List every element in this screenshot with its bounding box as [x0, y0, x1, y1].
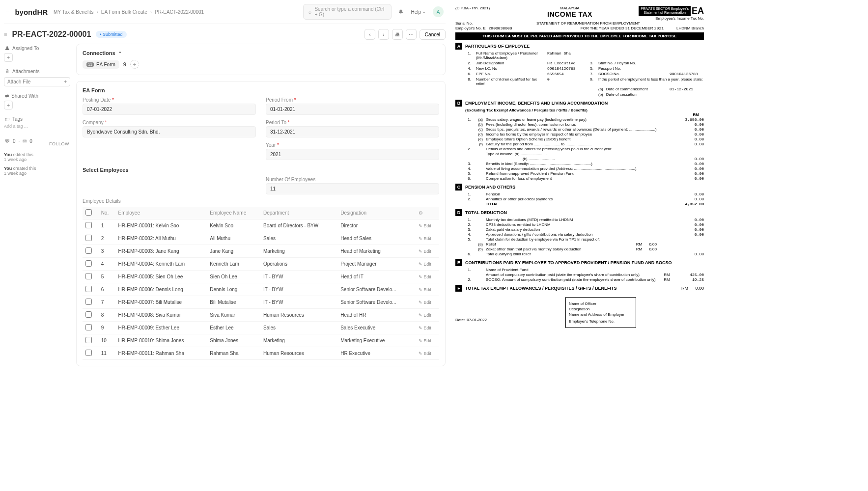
table-row: 3HR-EMP-00003: Jane KangJane KangMarketi… — [83, 245, 439, 258]
brand: byondHR — [15, 8, 48, 16]
edit-row-button[interactable]: ✎ Edit — [419, 274, 431, 279]
table-row: 7HR-EMP-00007: Bili MutaliseBili Mutalis… — [83, 296, 439, 309]
row-checkbox[interactable] — [85, 235, 92, 241]
edit-row-button[interactable]: ✎ Edit — [419, 351, 431, 356]
row-checkbox[interactable] — [85, 311, 92, 318]
year-field[interactable]: 2021 — [266, 149, 439, 160]
row-checkbox[interactable] — [85, 222, 92, 228]
table-row: 5HR-EMP-00005: Sien Oh LeeSien Oh LeeIT … — [83, 271, 439, 283]
table-row: 2HR-EMP-00002: Ali MuthuAli MuthuSalesHe… — [83, 232, 439, 245]
row-checkbox[interactable] — [85, 260, 92, 267]
add-assignee-button[interactable]: + — [4, 53, 13, 62]
page-title: PR-EACT-2022-00001 — [12, 30, 91, 39]
edit-row-button[interactable]: ✎ Edit — [419, 223, 431, 228]
avatar[interactable]: A — [433, 6, 444, 17]
menu-icon[interactable]: ≡ — [6, 9, 9, 15]
edit-row-button[interactable]: ✎ Edit — [419, 236, 431, 241]
breadcrumb-1[interactable]: MY Tax & Benefits — [54, 9, 93, 15]
gear-icon[interactable]: ⚙︎ — [419, 210, 423, 216]
chevron-up-icon: ⌃ — [118, 51, 122, 55]
follow-button[interactable]: FOLLOW — [49, 141, 69, 146]
edit-row-button[interactable]: ✎ Edit — [419, 338, 431, 343]
connections-header[interactable]: Connections⌃ — [83, 50, 439, 56]
tags-label: Tags — [12, 116, 23, 122]
select-employees-heading: Select Employees — [83, 167, 439, 173]
bell-icon[interactable]: 🔔︎ — [398, 9, 404, 15]
breadcrumb-3[interactable]: PR-EACT-2022-00001 — [155, 9, 204, 15]
table-row: 4HR-EMP-00004: Kenneth LamKenneth LamOpe… — [83, 258, 439, 271]
edit-row-button[interactable]: ✎ Edit — [419, 313, 431, 318]
edit-row-button[interactable]: ✎ Edit — [419, 287, 431, 292]
edit-row-button[interactable]: ✎ Edit — [419, 262, 431, 267]
activity-entry: You created this1 week ago — [4, 166, 70, 176]
clip-icon: 📎︎ — [5, 69, 10, 74]
row-checkbox[interactable] — [85, 337, 92, 343]
ea-form-heading: EA Form — [83, 87, 439, 93]
table-row: 6HR-EMP-00006: Dennis LongDennis LongIT … — [83, 283, 439, 296]
prev-button[interactable]: ‹ — [364, 29, 375, 40]
table-row: 1HR-EMP-00001: Kelvin SooKelvin SooBoard… — [83, 219, 439, 232]
row-checkbox[interactable] — [85, 273, 92, 279]
pdf-preview: (C.P.8A - Pin. 2021) MALAYSIA INCOME TAX… — [449, 0, 710, 372]
add-tag-input[interactable]: Add a tag ... — [4, 124, 70, 129]
breadcrumb-2[interactable]: EA Form Bulk Create — [101, 9, 147, 15]
mail-icon: ✉︎ — [23, 138, 27, 144]
connection-badge: 11 — [86, 62, 94, 67]
num-employees-field: 11 — [266, 183, 439, 194]
add-connection-button[interactable]: + — [130, 60, 139, 69]
table-row: 8HR-EMP-00008: Siva KumarSiva KumarHuman… — [83, 309, 439, 322]
period-to-field[interactable]: 31-12-2021 — [266, 126, 439, 137]
search-input[interactable]: ⌕ Search or type a command (Ctrl + G) — [303, 4, 392, 20]
share-icon: ⇄ — [5, 93, 9, 99]
more-button[interactable]: ⋯ — [406, 29, 417, 40]
connection-count: 9 — [123, 61, 126, 67]
row-checkbox[interactable] — [85, 299, 92, 305]
shared-label: Shared With — [11, 93, 38, 99]
comment-icon: 💬︎ — [5, 138, 10, 144]
company-field[interactable]: Byondwave Consulting Sdn. Bhd. — [83, 126, 256, 137]
connection-tab-ea-form[interactable]: 11 EA Form — [83, 60, 119, 69]
period-from-field[interactable]: 01-01-2021 — [266, 104, 439, 115]
row-checkbox[interactable] — [85, 247, 92, 254]
breadcrumb: MY Tax & Benefits › EA Form Bulk Create … — [54, 9, 204, 15]
menu-icon[interactable]: ≡ — [4, 31, 7, 37]
posting-date-field[interactable]: 07-01-2022 — [83, 104, 256, 115]
attachments-label: Attachments — [12, 69, 40, 74]
edit-row-button[interactable]: ✎ Edit — [419, 326, 431, 330]
tag-icon: 🏷︎ — [5, 116, 10, 122]
next-button[interactable]: › — [378, 29, 389, 40]
employee-table: No.EmployeeEmployee NameDepartmentDesign… — [83, 207, 439, 360]
search-icon: ⌕ — [308, 9, 311, 15]
row-checkbox[interactable] — [85, 286, 92, 292]
add-share-button[interactable]: + — [4, 101, 13, 109]
status-badge: • Submitted — [96, 31, 126, 38]
select-all-checkbox[interactable] — [85, 209, 92, 216]
signature-box: Name of Officer Designation Name and Add… — [565, 297, 636, 328]
employee-details-label: Employee Details — [83, 198, 439, 204]
activity-entry: You edited this1 week ago — [4, 152, 70, 162]
row-checkbox[interactable] — [85, 350, 92, 356]
edit-row-button[interactable]: ✎ Edit — [419, 249, 431, 254]
person-icon: 👤︎ — [5, 46, 10, 51]
row-checkbox[interactable] — [85, 324, 92, 330]
help-link[interactable]: Help ⌄ — [411, 9, 426, 15]
edit-row-button[interactable]: ✎ Edit — [419, 300, 431, 305]
assigned-label: Assigned To — [12, 46, 39, 51]
attach-file-input[interactable]: Attach File+ — [4, 77, 70, 86]
print-icon[interactable]: 🖶︎ — [392, 29, 403, 40]
table-row: 9HR-EMP-00009: Esther LeeEsther LeeSales… — [83, 322, 439, 334]
cancel-button[interactable]: Cancel — [420, 29, 446, 40]
table-row: 10HR-EMP-00010: Shima JonesShima JonesMa… — [83, 334, 439, 347]
table-row: 11HR-EMP-00011: Rahman ShaRahman ShaHuma… — [83, 347, 439, 360]
